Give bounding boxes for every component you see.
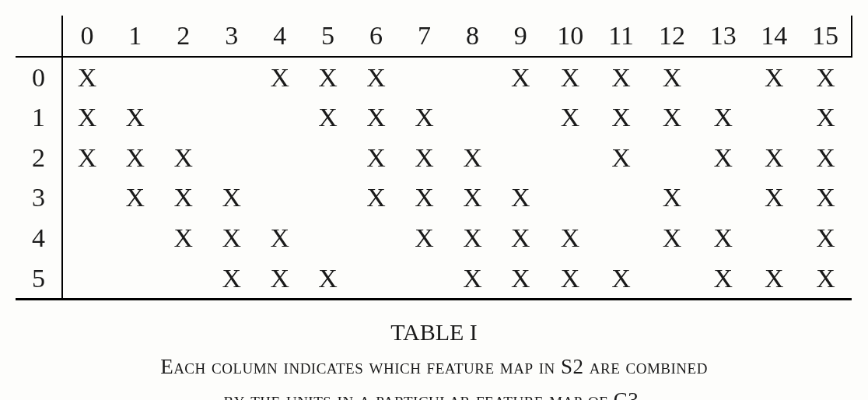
table-row: 0 X X X X X X X X X X: [16, 57, 852, 98]
col-header: 5: [304, 16, 352, 57]
cell: [111, 218, 159, 258]
cell: X: [111, 97, 159, 138]
col-header: 13: [698, 16, 749, 57]
cell: [646, 138, 698, 178]
cell: [62, 258, 111, 300]
cell: X: [800, 138, 852, 178]
col-header: 2: [159, 16, 208, 57]
cell: X: [352, 138, 401, 178]
table-container: 0 1 2 3 4 5 6 7 8 9 10 11 12 13 14 15 0 …: [16, 16, 852, 400]
cell: X: [496, 218, 544, 258]
cell: [62, 177, 111, 218]
cell: X: [596, 138, 646, 178]
col-header: 6: [352, 16, 401, 57]
row-header: 5: [16, 258, 62, 300]
col-header: 12: [646, 16, 698, 57]
cell: [596, 218, 646, 258]
cell: X: [304, 258, 352, 300]
col-header: 15: [800, 16, 852, 57]
cell: X: [448, 138, 496, 178]
cell: X: [62, 57, 111, 98]
cell: [448, 97, 496, 138]
cell: X: [749, 57, 800, 98]
cell: X: [256, 258, 304, 300]
table-row: 4 X X X X X X X X X X: [16, 218, 852, 258]
table-row: 5 X X X X X X X X X X: [16, 258, 852, 300]
cell: X: [208, 258, 256, 300]
cell: X: [698, 258, 749, 300]
cell: [544, 177, 596, 218]
cell: X: [698, 138, 749, 178]
cell: X: [401, 177, 449, 218]
cell: [208, 138, 256, 178]
cell: X: [544, 258, 596, 300]
cell: X: [496, 258, 544, 300]
cell: [749, 97, 800, 138]
cell: X: [62, 138, 111, 178]
cell: X: [352, 57, 401, 98]
cell: [256, 177, 304, 218]
cell: [159, 97, 208, 138]
cell: X: [159, 177, 208, 218]
cell: X: [646, 218, 698, 258]
col-header: 0: [62, 16, 111, 57]
col-header: 9: [496, 16, 544, 57]
cell: X: [496, 57, 544, 98]
cell: X: [800, 57, 852, 98]
cell: X: [304, 97, 352, 138]
cell: [401, 57, 449, 98]
cell: X: [596, 57, 646, 98]
col-header: 8: [448, 16, 496, 57]
cell: X: [401, 138, 449, 178]
cell: X: [401, 97, 449, 138]
table-row: 3 X X X X X X X X X X: [16, 177, 852, 218]
cell: X: [352, 97, 401, 138]
cell: [208, 57, 256, 98]
cell: X: [749, 177, 800, 218]
cell: X: [256, 218, 304, 258]
cell: X: [111, 138, 159, 178]
cell: [596, 177, 646, 218]
cell: X: [352, 177, 401, 218]
cell: [208, 97, 256, 138]
cell: [448, 57, 496, 98]
cell: X: [208, 177, 256, 218]
col-header: 14: [749, 16, 800, 57]
cell: [401, 258, 449, 300]
cell: X: [448, 258, 496, 300]
col-header: 4: [256, 16, 304, 57]
row-header: 1: [16, 97, 62, 138]
cell: X: [401, 218, 449, 258]
cell: [62, 218, 111, 258]
connection-table: 0 1 2 3 4 5 6 7 8 9 10 11 12 13 14 15 0 …: [16, 16, 852, 300]
row-header: 0: [16, 57, 62, 98]
cell: [496, 97, 544, 138]
cell: X: [596, 97, 646, 138]
cell: X: [698, 218, 749, 258]
cell: X: [800, 218, 852, 258]
cell: [304, 177, 352, 218]
cell: X: [256, 57, 304, 98]
cell: [159, 258, 208, 300]
cell: [256, 97, 304, 138]
cell: [646, 258, 698, 300]
cell: X: [544, 57, 596, 98]
cell: X: [800, 258, 852, 300]
col-header: 10: [544, 16, 596, 57]
col-header: 11: [596, 16, 646, 57]
cell: [749, 218, 800, 258]
cell: X: [596, 258, 646, 300]
cell: X: [646, 57, 698, 98]
cell: [496, 138, 544, 178]
cell: [352, 218, 401, 258]
table-caption: TABLE I Each column indicates which feat…: [16, 319, 852, 400]
cell: X: [62, 97, 111, 138]
cell: [352, 258, 401, 300]
table-row: 2 X X X X X X X X X X: [16, 138, 852, 178]
corner-cell: [16, 16, 62, 57]
cell: X: [800, 177, 852, 218]
cell: X: [448, 218, 496, 258]
table-row: 1 X X X X X X X X X X: [16, 97, 852, 138]
cell: X: [646, 97, 698, 138]
cell: X: [496, 177, 544, 218]
